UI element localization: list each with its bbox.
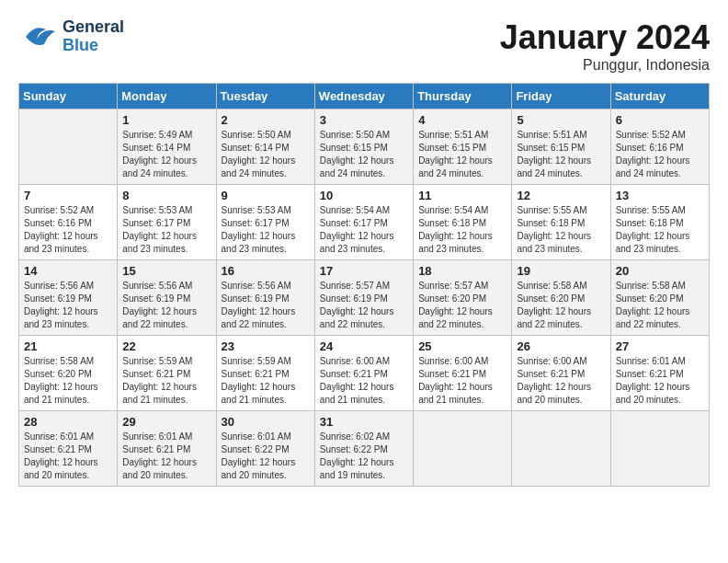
day-number: 25 (418, 339, 506, 353)
location: Punggur, Indonesia (500, 57, 710, 74)
day-number: 28 (24, 415, 112, 429)
calendar-cell: 7Sunrise: 5:52 AM Sunset: 6:16 PM Daylig… (19, 185, 118, 260)
day-info: Sunrise: 5:58 AM Sunset: 6:20 PM Dayligh… (517, 280, 605, 331)
day-number: 18 (418, 264, 506, 278)
weekday-header: Thursday (414, 84, 512, 109)
day-info: Sunrise: 5:57 AM Sunset: 6:20 PM Dayligh… (418, 280, 506, 331)
calendar-cell: 15Sunrise: 5:56 AM Sunset: 6:19 PM Dayli… (118, 260, 216, 336)
day-info: Sunrise: 6:01 AM Sunset: 6:21 PM Dayligh… (24, 431, 112, 482)
calendar-cell (19, 109, 118, 185)
calendar-cell: 17Sunrise: 5:57 AM Sunset: 6:19 PM Dayli… (314, 260, 413, 336)
calendar-cell: 30Sunrise: 6:01 AM Sunset: 6:22 PM Dayli… (216, 411, 314, 487)
day-info: Sunrise: 6:01 AM Sunset: 6:21 PM Dayligh… (122, 431, 210, 482)
day-info: Sunrise: 5:54 AM Sunset: 6:18 PM Dayligh… (418, 204, 506, 256)
day-info: Sunrise: 5:52 AM Sunset: 6:16 PM Dayligh… (24, 204, 112, 256)
day-info: Sunrise: 5:59 AM Sunset: 6:21 PM Dayligh… (122, 355, 210, 407)
day-number: 29 (122, 415, 210, 429)
calendar-cell: 3Sunrise: 5:50 AM Sunset: 6:15 PM Daylig… (314, 109, 413, 185)
calendar-week-row: 21Sunrise: 5:58 AM Sunset: 6:20 PM Dayli… (19, 336, 710, 411)
day-info: Sunrise: 5:57 AM Sunset: 6:19 PM Dayligh… (320, 280, 408, 331)
calendar-cell: 2Sunrise: 5:50 AM Sunset: 6:14 PM Daylig… (216, 109, 314, 185)
calendar-week-row: 28Sunrise: 6:01 AM Sunset: 6:21 PM Dayli… (19, 411, 710, 487)
calendar-cell: 13Sunrise: 5:55 AM Sunset: 6:18 PM Dayli… (610, 185, 709, 260)
day-info: Sunrise: 5:49 AM Sunset: 6:14 PM Dayligh… (122, 129, 210, 180)
calendar-cell: 6Sunrise: 5:52 AM Sunset: 6:16 PM Daylig… (610, 109, 709, 185)
calendar-cell: 24Sunrise: 6:00 AM Sunset: 6:21 PM Dayli… (314, 336, 413, 411)
day-number: 9 (222, 189, 310, 202)
calendar-cell: 26Sunrise: 6:00 AM Sunset: 6:21 PM Dayli… (512, 336, 610, 411)
calendar-cell: 22Sunrise: 5:59 AM Sunset: 6:21 PM Dayli… (118, 336, 216, 411)
weekday-header: Friday (512, 84, 610, 109)
calendar-cell: 20Sunrise: 5:58 AM Sunset: 6:20 PM Dayli… (610, 260, 709, 336)
day-number: 14 (24, 264, 112, 278)
calendar-cell: 1Sunrise: 5:49 AM Sunset: 6:14 PM Daylig… (118, 109, 216, 185)
day-number: 26 (517, 339, 605, 353)
weekday-header: Monday (118, 84, 216, 109)
day-number: 11 (418, 189, 506, 202)
day-number: 22 (122, 339, 210, 353)
day-number: 20 (616, 264, 704, 278)
day-info: Sunrise: 5:54 AM Sunset: 6:17 PM Dayligh… (320, 204, 408, 256)
calendar-cell: 21Sunrise: 5:58 AM Sunset: 6:20 PM Dayli… (19, 336, 118, 411)
day-number: 2 (222, 113, 310, 127)
day-info: Sunrise: 5:51 AM Sunset: 6:15 PM Dayligh… (418, 129, 506, 180)
calendar-week-row: 14Sunrise: 5:56 AM Sunset: 6:19 PM Dayli… (19, 260, 710, 336)
calendar-cell: 11Sunrise: 5:54 AM Sunset: 6:18 PM Dayli… (414, 185, 512, 260)
logo: General Blue (18, 18, 124, 55)
day-number: 19 (517, 264, 605, 278)
calendar-cell: 4Sunrise: 5:51 AM Sunset: 6:15 PM Daylig… (414, 109, 512, 185)
day-info: Sunrise: 5:50 AM Sunset: 6:14 PM Dayligh… (222, 129, 310, 180)
day-number: 6 (616, 113, 704, 127)
weekday-header: Tuesday (216, 84, 314, 109)
calendar-body: 1Sunrise: 5:49 AM Sunset: 6:14 PM Daylig… (19, 109, 710, 487)
calendar-cell: 27Sunrise: 6:01 AM Sunset: 6:21 PM Dayli… (610, 336, 709, 411)
weekday-header: Sunday (19, 84, 118, 109)
day-number: 3 (320, 113, 408, 127)
calendar-cell (414, 411, 512, 487)
day-number: 21 (24, 339, 112, 353)
logo-text-line2: Blue (63, 37, 124, 55)
day-info: Sunrise: 6:01 AM Sunset: 6:22 PM Dayligh… (222, 431, 310, 482)
calendar-cell: 12Sunrise: 5:55 AM Sunset: 6:18 PM Dayli… (512, 185, 610, 260)
day-number: 13 (616, 189, 704, 202)
day-info: Sunrise: 5:59 AM Sunset: 6:21 PM Dayligh… (222, 355, 310, 407)
day-info: Sunrise: 6:01 AM Sunset: 6:21 PM Dayligh… (616, 355, 704, 407)
calendar-cell: 10Sunrise: 5:54 AM Sunset: 6:17 PM Dayli… (314, 185, 413, 260)
day-number: 1 (122, 113, 210, 127)
logo-text-line1: General (63, 18, 124, 37)
day-info: Sunrise: 6:00 AM Sunset: 6:21 PM Dayligh… (517, 355, 605, 407)
calendar-cell: 5Sunrise: 5:51 AM Sunset: 6:15 PM Daylig… (512, 109, 610, 185)
calendar-cell: 14Sunrise: 5:56 AM Sunset: 6:19 PM Dayli… (19, 260, 118, 336)
calendar-cell: 9Sunrise: 5:53 AM Sunset: 6:17 PM Daylig… (216, 185, 314, 260)
day-number: 23 (222, 339, 310, 353)
logo-icon (18, 20, 59, 53)
day-number: 27 (616, 339, 704, 353)
day-number: 31 (320, 415, 408, 429)
day-number: 5 (517, 113, 605, 127)
calendar-cell: 23Sunrise: 5:59 AM Sunset: 6:21 PM Dayli… (216, 336, 314, 411)
day-info: Sunrise: 6:00 AM Sunset: 6:21 PM Dayligh… (418, 355, 506, 407)
calendar-cell: 18Sunrise: 5:57 AM Sunset: 6:20 PM Dayli… (414, 260, 512, 336)
day-info: Sunrise: 5:52 AM Sunset: 6:16 PM Dayligh… (616, 129, 704, 180)
day-info: Sunrise: 5:53 AM Sunset: 6:17 PM Dayligh… (122, 204, 210, 256)
day-info: Sunrise: 5:55 AM Sunset: 6:18 PM Dayligh… (517, 204, 605, 256)
calendar-cell: 25Sunrise: 6:00 AM Sunset: 6:21 PM Dayli… (414, 336, 512, 411)
day-info: Sunrise: 5:55 AM Sunset: 6:18 PM Dayligh… (616, 204, 704, 256)
calendar-cell (512, 411, 610, 487)
calendar-week-row: 7Sunrise: 5:52 AM Sunset: 6:16 PM Daylig… (19, 185, 710, 260)
day-info: Sunrise: 5:58 AM Sunset: 6:20 PM Dayligh… (24, 355, 112, 407)
day-info: Sunrise: 5:56 AM Sunset: 6:19 PM Dayligh… (222, 280, 310, 331)
day-number: 24 (320, 339, 408, 353)
day-number: 12 (517, 189, 605, 202)
day-info: Sunrise: 6:02 AM Sunset: 6:22 PM Dayligh… (320, 431, 408, 482)
title-block: January 2024 Punggur, Indonesia (500, 18, 710, 74)
day-info: Sunrise: 5:58 AM Sunset: 6:20 PM Dayligh… (616, 280, 704, 331)
calendar-header-row: SundayMondayTuesdayWednesdayThursdayFrid… (19, 84, 710, 109)
day-number: 4 (418, 113, 506, 127)
calendar-cell: 19Sunrise: 5:58 AM Sunset: 6:20 PM Dayli… (512, 260, 610, 336)
weekday-header: Saturday (610, 84, 709, 109)
day-info: Sunrise: 5:50 AM Sunset: 6:15 PM Dayligh… (320, 129, 408, 180)
day-number: 16 (222, 264, 310, 278)
day-info: Sunrise: 5:56 AM Sunset: 6:19 PM Dayligh… (24, 280, 112, 331)
day-number: 17 (320, 264, 408, 278)
